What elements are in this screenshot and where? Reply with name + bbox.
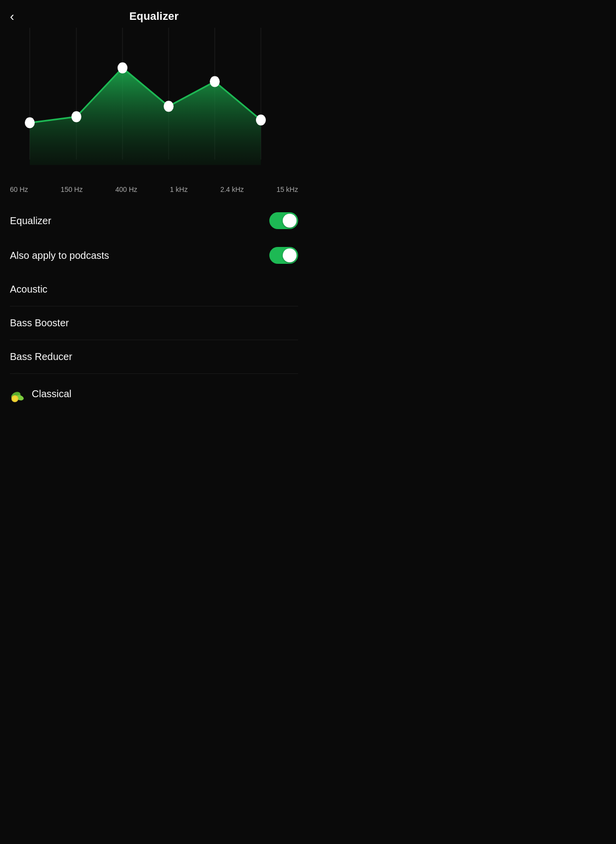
preset-list: Acoustic Bass Booster Bass Reducer Class… [0, 273, 308, 414]
preset-bass-booster[interactable]: Bass Booster [10, 306, 298, 340]
svg-point-9 [118, 62, 127, 73]
freq-label-15khz: 15 kHz [276, 185, 298, 193]
header: ‹ Equalizer [0, 0, 308, 28]
svg-point-16 [12, 396, 17, 401]
podcasts-label: Also apply to podcasts [10, 250, 109, 261]
freq-label-60hz: 60 Hz [10, 185, 28, 193]
svg-marker-6 [30, 68, 261, 165]
podcasts-toggle-knob [283, 248, 297, 262]
back-button[interactable]: ‹ [10, 10, 14, 23]
preset-classical[interactable]: Classical [10, 374, 298, 414]
freq-labels: 60 Hz 150 Hz 400 Hz 1 kHz 2.4 kHz 15 kHz [0, 181, 308, 193]
svg-point-11 [210, 76, 220, 87]
equalizer-label: Equalizer [10, 215, 51, 227]
equalizer-row: Equalizer [10, 203, 298, 238]
freq-label-400hz: 400 Hz [115, 185, 137, 193]
settings-section: Equalizer Also apply to podcasts [0, 203, 308, 273]
podcasts-toggle[interactable] [269, 247, 298, 264]
classical-icon [10, 385, 28, 403]
preset-bass-reducer[interactable]: Bass Reducer [10, 340, 298, 374]
preset-acoustic[interactable]: Acoustic [10, 273, 298, 306]
svg-point-8 [71, 111, 81, 122]
svg-point-10 [164, 101, 174, 112]
freq-label-1khz: 1 kHz [170, 185, 188, 193]
page-title: Equalizer [129, 10, 179, 23]
podcasts-row: Also apply to podcasts [10, 238, 298, 273]
eq-chart[interactable] [0, 28, 308, 181]
equalizer-toggle-knob [283, 214, 297, 228]
svg-point-7 [25, 117, 35, 128]
freq-label-150hz: 150 Hz [61, 185, 82, 193]
freq-label-24khz: 2.4 kHz [220, 185, 244, 193]
preset-classical-label: Classical [32, 388, 71, 400]
svg-point-12 [256, 115, 266, 125]
equalizer-toggle[interactable] [269, 212, 298, 229]
